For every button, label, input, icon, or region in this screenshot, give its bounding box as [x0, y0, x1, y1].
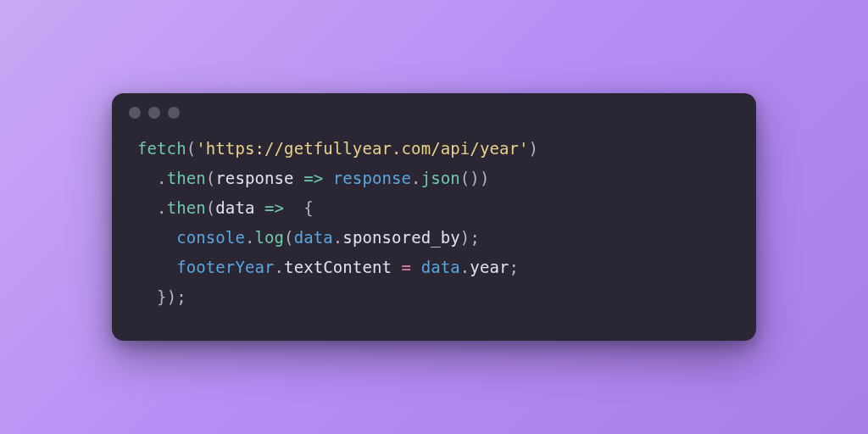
- token-close-paren: ): [529, 139, 539, 158]
- token-object-response: response: [333, 169, 411, 187]
- token-open-paren: (: [284, 228, 294, 247]
- token-arrow: =>: [294, 169, 333, 187]
- token-dot: .: [245, 228, 255, 247]
- token-close-paren: ): [480, 169, 490, 187]
- token-object-data: data: [294, 228, 333, 247]
- token-close-paren: ): [460, 228, 470, 247]
- code-line-4: console.log(data.sponsored_by);: [137, 228, 480, 247]
- token-function-json: json: [421, 169, 460, 187]
- token-prop-year: year: [470, 258, 509, 276]
- token-brace-open: {: [294, 198, 314, 217]
- code-block[interactable]: fetch('https://getfullyear.com/api/year'…: [112, 127, 756, 342]
- code-line-6: });: [137, 287, 186, 306]
- code-line-3: .then(data => {: [137, 198, 314, 217]
- code-line-5: footerYear.textContent = data.year;: [137, 258, 519, 276]
- token-dot: .: [411, 169, 421, 187]
- token-param-response: response: [215, 169, 293, 187]
- token-open-paren: (: [206, 198, 216, 217]
- token-object-footeryear: footerYear: [176, 258, 274, 276]
- token-empty-parens: (): [460, 169, 480, 187]
- token-open-paren: (: [186, 139, 197, 158]
- traffic-light-zoom-icon[interactable]: [168, 107, 180, 119]
- code-editor-window: fetch('https://getfullyear.com/api/year'…: [112, 93, 756, 342]
- token-dot: .: [460, 258, 470, 276]
- token-object-console: console: [176, 228, 245, 247]
- indent: [137, 169, 157, 187]
- traffic-light-minimize-icon[interactable]: [148, 107, 160, 119]
- token-string-url: 'https://getfullyear.com/api/year': [196, 139, 528, 158]
- token-function-fetch: fetch: [137, 139, 186, 158]
- token-brace-close: }: [157, 287, 167, 306]
- token-dot: .: [157, 198, 167, 217]
- token-open-paren: (: [206, 169, 216, 187]
- token-dot: .: [333, 228, 343, 247]
- token-param-data: data: [215, 198, 254, 217]
- indent: [137, 287, 157, 306]
- traffic-light-close-icon[interactable]: [129, 107, 141, 119]
- token-dot: .: [275, 258, 285, 276]
- indent: [137, 228, 176, 247]
- indent: [137, 258, 176, 276]
- token-prop-textcontent: textContent: [284, 258, 392, 276]
- token-semicolon: ;: [470, 228, 480, 247]
- token-function-then: then: [167, 198, 206, 217]
- token-arrow: =>: [254, 198, 293, 217]
- token-dot: .: [157, 169, 167, 187]
- token-function-log: log: [254, 228, 284, 247]
- token-function-then: then: [167, 169, 206, 187]
- token-prop-sponsored-by: sponsored_by: [342, 228, 459, 247]
- token-object-data: data: [421, 258, 460, 276]
- token-semicolon: ;: [509, 258, 520, 276]
- token-equals: =: [392, 258, 421, 276]
- code-line-1: fetch('https://getfullyear.com/api/year'…: [137, 139, 538, 158]
- window-titlebar: [112, 93, 756, 127]
- code-line-2: .then(response => response.json()): [137, 169, 489, 187]
- indent: [137, 198, 157, 217]
- token-close-paren-semi: );: [167, 287, 186, 306]
